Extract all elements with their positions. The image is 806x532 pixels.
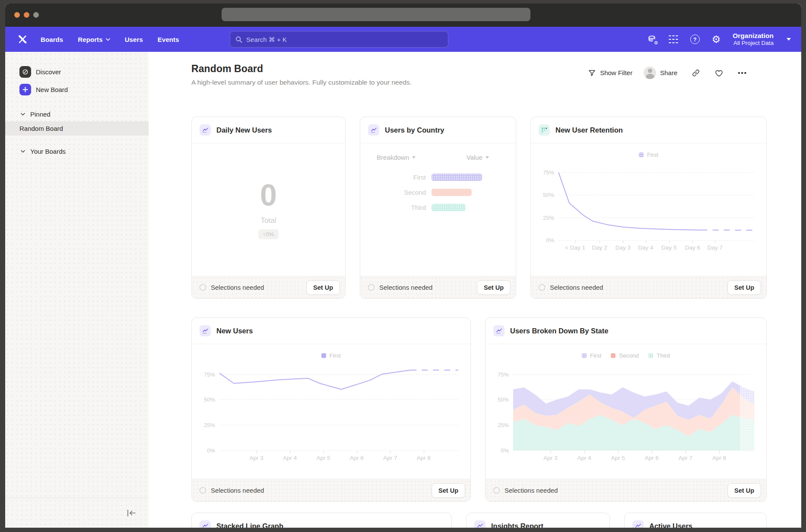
nav-menu: Boards Reports Users Events — [41, 36, 179, 43]
y-tick-label: 50% — [498, 396, 509, 403]
org-switcher[interactable]: Organization All Project Data — [733, 32, 774, 47]
card-title: Users Broken Down By State — [510, 327, 608, 335]
x-tick-label: Apr 5 — [316, 455, 330, 461]
set-up-button[interactable]: Set Up — [306, 280, 340, 295]
status-circle-icon — [200, 487, 206, 494]
status-text: Selections needed — [211, 487, 264, 494]
country-bars: FirstSecondThird — [360, 173, 516, 211]
value-dropdown[interactable]: Value — [466, 154, 489, 161]
plus-icon — [19, 84, 31, 95]
sidebar-item-discover[interactable]: Discover — [5, 63, 149, 81]
y-tick-label: 50% — [543, 192, 554, 198]
board-header: Random Board A high-level summary of use… — [191, 63, 767, 86]
search-input[interactable] — [246, 36, 443, 43]
x-tick-label: Day 4 — [638, 244, 653, 251]
browser-window: Boards Reports Users Events ⚙ — [5, 3, 801, 528]
y-tick-label: 50% — [204, 396, 215, 403]
gear-badge-icon: ⚙ — [654, 40, 658, 46]
line-chart-icon — [200, 325, 211, 336]
x-tick-label: Apr 4 — [577, 455, 591, 461]
favorite-heart-icon[interactable] — [714, 69, 723, 77]
first-swatch — [321, 353, 326, 358]
new-users-chart-body: First75%50%25%0%Apr 3Apr 4Apr 5Apr 6Apr … — [192, 344, 470, 479]
country-row-label: Second — [360, 189, 426, 196]
sidebar-spacer — [5, 158, 149, 498]
card-header: Insights Report — [466, 513, 609, 528]
plot-area — [558, 163, 754, 240]
x-tick-label: Apr 7 — [383, 455, 397, 461]
x-tick-label: Day 6 — [685, 244, 700, 251]
status-circle-icon — [368, 284, 374, 291]
retention-chart-body: First75%50%25%0%< Day 1Day 2Day 3Day 4Da… — [531, 143, 766, 276]
nav-item-label: Boards — [41, 36, 63, 43]
data-management-icon[interactable]: ⚙ — [647, 35, 657, 44]
x-tick — [685, 451, 686, 453]
x-tick-label: Apr 3 — [250, 455, 263, 461]
dropdown-label: Value — [466, 154, 482, 161]
x-tick-label: Apr 8 — [712, 455, 726, 461]
board-title-block: Random Board A high-level summary of use… — [191, 63, 412, 86]
legend-label: First — [330, 352, 341, 359]
window-zoom-button[interactable] — [33, 12, 39, 18]
show-filter-button[interactable]: Show Filter — [600, 69, 632, 76]
nav-item-events[interactable]: Events — [158, 36, 179, 43]
search-icon — [235, 36, 242, 43]
nav-item-users[interactable]: Users — [125, 36, 143, 43]
more-options-button[interactable]: ••• — [738, 69, 747, 76]
collapse-sidebar-icon[interactable] — [126, 509, 136, 517]
y-axis-labels: 75%50%25%0% — [493, 364, 513, 450]
sidebar-section-your-boards[interactable]: Your Boards — [5, 144, 149, 158]
first-swatch — [582, 353, 587, 358]
x-tick-label: Day 2 — [592, 244, 607, 251]
y-tick-label: 75% — [498, 371, 509, 377]
line-chart-icon — [474, 520, 486, 528]
sidebar-section-pinned[interactable]: Pinned — [5, 107, 149, 121]
nav-item-boards[interactable]: Boards — [41, 36, 63, 43]
apps-grid-icon[interactable] — [669, 35, 678, 44]
chevron-down-icon — [106, 38, 110, 41]
country-chart-body: Breakdown Value FirstSecondThird — [360, 143, 516, 276]
y-tick-label: 75% — [204, 371, 215, 377]
sidebar-item-new-board[interactable]: New Board — [5, 81, 149, 98]
url-bar[interactable] — [222, 8, 530, 21]
chart-legend: First — [192, 351, 470, 360]
chart-legend: FirstSecondThird — [486, 351, 766, 360]
window-minimize-button[interactable] — [24, 12, 29, 18]
set-up-button[interactable]: Set Up — [432, 483, 465, 498]
x-tick-label: Day 5 — [661, 244, 676, 251]
global-search[interactable] — [230, 31, 448, 48]
nav-item-reports[interactable]: Reports — [78, 36, 110, 43]
compass-icon — [19, 66, 31, 78]
set-up-button[interactable]: Set Up — [727, 483, 761, 498]
share-button[interactable]: Share — [660, 69, 677, 76]
card-title: Insights Report — [491, 522, 543, 528]
country-row-bar — [432, 189, 472, 196]
window-close-button[interactable] — [14, 12, 20, 18]
x-tick — [584, 451, 585, 453]
avatar[interactable] — [644, 66, 656, 79]
set-up-button[interactable]: Set Up — [727, 280, 761, 295]
legend-label: First — [647, 152, 658, 158]
set-up-button[interactable]: Set Up — [477, 280, 511, 295]
card-insights-report: Insights Report — [466, 513, 610, 528]
sidebar-item-label: New Board — [36, 86, 68, 93]
mixpanel-logo-icon[interactable] — [17, 34, 28, 44]
copy-link-icon[interactable] — [692, 69, 700, 77]
breakdown-dropdown[interactable]: Breakdown — [377, 154, 416, 161]
card-title: Users by Country — [385, 126, 444, 134]
cards-row-2: New Users First75%50%25%0%Apr 3Apr 4Apr … — [191, 317, 767, 502]
filter-funnel-icon[interactable] — [588, 69, 596, 77]
card-footer: Selections needed Set Up — [486, 479, 766, 501]
sidebar-item-random-board[interactable]: Random Board — [5, 121, 149, 136]
help-icon[interactable]: ? — [690, 35, 700, 44]
card-header: Daily New Users — [192, 117, 345, 143]
sidebar-footer — [5, 498, 149, 528]
card-title: New User Retention — [555, 126, 623, 134]
country-row-second: Second — [360, 188, 516, 196]
card-header: Stacked Line Graph — [192, 513, 451, 528]
first-swatch — [639, 152, 644, 157]
card-users-by-country: Users by Country Breakdown Value — [360, 117, 516, 299]
settings-gear-icon[interactable]: ⚙ — [712, 35, 721, 44]
x-tick — [575, 241, 576, 243]
country-row-first: First — [360, 173, 516, 181]
